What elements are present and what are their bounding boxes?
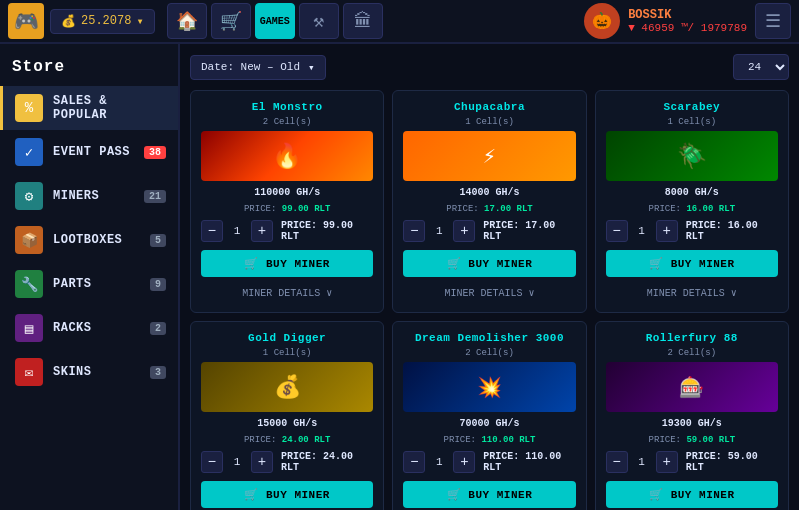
product-speed: 110000 GH/s (201, 187, 373, 198)
user-section: 🎃 BOSSIK ▼ 46959 ™/ 1979789 ☰ (584, 3, 791, 39)
buy-miner-button[interactable]: 🛒 BUY MINER (201, 250, 373, 277)
price-tag: PRICE: 16.00 RLT (686, 220, 778, 242)
sidebar-label-miners: Miners (53, 189, 99, 203)
product-cells: 1 Cell(s) (201, 348, 373, 358)
quantity-row: − 1 + PRICE: 17.00 RLT (403, 220, 575, 242)
miner-details-button[interactable]: MINER DETAILS ∨ (201, 284, 373, 302)
price-tag: PRICE: 59.00 RLT (686, 451, 778, 473)
product-card-el-monstro: El Monstro 2 Cell(s) 🔥 110000 GH/s Price… (190, 90, 384, 313)
nav-craft-button[interactable]: ⚒ (299, 3, 339, 39)
qty-plus-button[interactable]: + (656, 220, 678, 242)
lootboxes-icon: 📦 (15, 226, 43, 254)
nav-icons: 🏠 🛒 GAMES ⚒ 🏛 (167, 3, 383, 39)
buy-miner-button[interactable]: 🛒 BUY MINER (606, 481, 778, 508)
product-speed: 14000 GH/s (403, 187, 575, 198)
parts-badge: 9 (150, 278, 166, 291)
qty-value: 1 (227, 225, 247, 237)
sidebar-item-sales[interactable]: % Sales & Popular (0, 86, 178, 130)
sidebar-item-skins[interactable]: ✉ Skins 3 (0, 350, 178, 394)
product-cells: 2 Cell(s) (201, 117, 373, 127)
sidebar-item-lootboxes[interactable]: 📦 Lootboxes 5 (0, 218, 178, 262)
miner-details-button[interactable]: MINER DETAILS ∨ (403, 284, 575, 302)
product-card-dream-demolisher: Dream Demolisher 3000 2 Cell(s) 💥 70000 … (392, 321, 586, 510)
price-value: 24.00 RLT (282, 435, 331, 445)
menu-button[interactable]: ☰ (755, 3, 791, 39)
user-info: BOSSIK ▼ 46959 ™/ 1979789 (628, 8, 747, 34)
nav-shop-button[interactable]: 🛒 (211, 3, 251, 39)
nav-building-button[interactable]: 🏛 (343, 3, 383, 39)
product-image-dream-demolisher: 💥 (403, 362, 575, 412)
wallet-button[interactable]: 💰 25.2078 ▾ (50, 9, 155, 34)
sort-dropdown[interactable]: Date: New – Old ▾ (190, 55, 326, 80)
qty-plus-button[interactable]: + (251, 451, 273, 473)
buy-miner-button[interactable]: 🛒 BUY MINER (201, 481, 373, 508)
product-image-rollerfury: 🎰 (606, 362, 778, 412)
qty-minus-button[interactable]: − (201, 451, 223, 473)
buy-miner-button[interactable]: 🛒 BUY MINER (403, 250, 575, 277)
header: 🎮 💰 25.2078 ▾ 🏠 🛒 GAMES ⚒ 🏛 🎃 BOSSIK ▼ 4… (0, 0, 799, 44)
qty-plus-button[interactable]: + (656, 451, 678, 473)
price-value: 110.00 RLT (481, 435, 535, 445)
buy-miner-button[interactable]: 🛒 BUY MINER (403, 481, 575, 508)
product-speed: 19300 GH/s (606, 418, 778, 429)
sidebar-item-event[interactable]: ✓ Event Pass 38 (0, 130, 178, 174)
user-balance: ▼ 46959 ™/ 1979789 (628, 22, 747, 34)
sidebar-item-miners[interactable]: ⚙ Miners 21 (0, 174, 178, 218)
sidebar-item-racks[interactable]: ▤ Racks 2 (0, 306, 178, 350)
price-value: 59.00 RLT (686, 435, 735, 445)
sidebar-label-racks: Racks (53, 321, 92, 335)
buy-miner-button[interactable]: 🛒 BUY MINER (606, 250, 778, 277)
product-card-scarabey: Scarabey 1 Cell(s) 🪲 8000 GH/s Price: 16… (595, 90, 789, 313)
qty-minus-button[interactable]: − (403, 451, 425, 473)
main-layout: Store % Sales & Popular ✓ Event Pass 38 … (0, 44, 799, 510)
miner-graphic: 🪲 (606, 131, 778, 181)
per-page-select[interactable]: 24 48 96 (733, 54, 789, 80)
avatar-icon[interactable]: 🎮 (8, 3, 44, 39)
quantity-row: − 1 + PRICE: 110.00 RLT (403, 451, 575, 473)
quantity-row: − 1 + PRICE: 16.00 RLT (606, 220, 778, 242)
sidebar-label-sales: Sales & Popular (53, 94, 166, 122)
qty-minus-button[interactable]: − (606, 220, 628, 242)
sidebar-label-event: Event Pass (53, 145, 130, 159)
user-avatar[interactable]: 🎃 (584, 3, 620, 39)
qty-minus-button[interactable]: − (403, 220, 425, 242)
price-tag: PRICE: 24.00 RLT (281, 451, 373, 473)
qty-value: 1 (429, 225, 449, 237)
event-icon: ✓ (15, 138, 43, 166)
product-name: Gold Digger (201, 332, 373, 344)
nav-games-button[interactable]: GAMES (255, 3, 295, 39)
product-image-chupacabra: ⚡ (403, 131, 575, 181)
qty-plus-button[interactable]: + (453, 451, 475, 473)
product-name: Dream Demolisher 3000 (403, 332, 575, 344)
lootboxes-badge: 5 (150, 234, 166, 247)
qty-plus-button[interactable]: + (453, 220, 475, 242)
miner-details-button[interactable]: MINER DETAILS ∨ (606, 284, 778, 302)
home-icon: 🏠 (176, 10, 198, 32)
price-value: 99.00 RLT (282, 204, 331, 214)
product-speed: 15000 GH/s (201, 418, 373, 429)
product-cells: 2 Cell(s) (403, 348, 575, 358)
dropdown-arrow-icon: ▾ (308, 61, 315, 74)
sales-icon: % (15, 94, 43, 122)
product-image-el-monstro: 🔥 (201, 131, 373, 181)
wallet-icon: 💰 (61, 14, 76, 29)
sidebar-title: Store (0, 54, 178, 86)
chevron-down-icon: ▾ (136, 14, 143, 29)
sort-label: Date: New – Old (201, 61, 300, 73)
product-name: Rollerfury 88 (606, 332, 778, 344)
miner-graphic: 💥 (403, 362, 575, 412)
quantity-row: − 1 + PRICE: 24.00 RLT (201, 451, 373, 473)
sidebar-item-parts[interactable]: 🔧 Parts 9 (0, 262, 178, 306)
nav-home-button[interactable]: 🏠 (167, 3, 207, 39)
product-image-gold-digger: 💰 (201, 362, 373, 412)
qty-minus-button[interactable]: − (606, 451, 628, 473)
miner-graphic: 🔥 (201, 131, 373, 181)
product-price-info: Price: 17.00 RLT (403, 204, 575, 214)
qty-plus-button[interactable]: + (251, 220, 273, 242)
product-card-rollerfury: Rollerfury 88 2 Cell(s) 🎰 19300 GH/s Pri… (595, 321, 789, 510)
product-speed: 8000 GH/s (606, 187, 778, 198)
qty-minus-button[interactable]: − (201, 220, 223, 242)
username: BOSSIK (628, 8, 747, 22)
wallet-amount: 25.2078 (81, 14, 131, 28)
price-tag: PRICE: 110.00 RLT (483, 451, 575, 473)
